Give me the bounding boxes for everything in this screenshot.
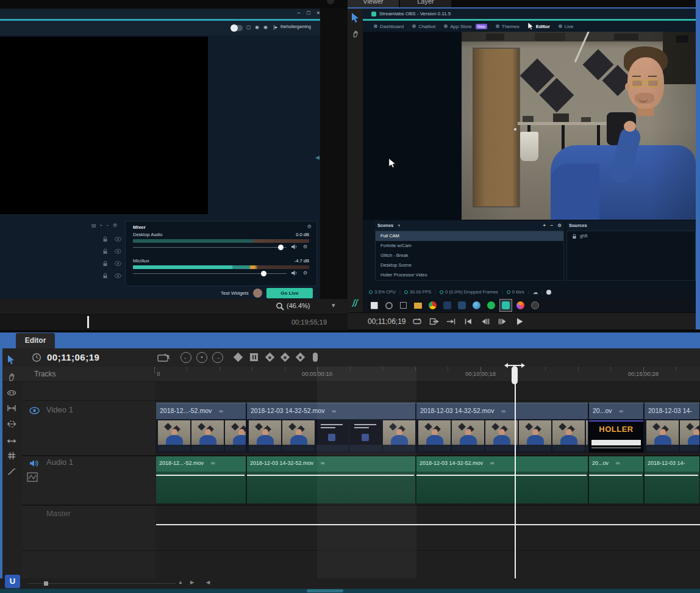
menu-item-editor[interactable]: Editor bbox=[528, 23, 550, 30]
app-icon-navy[interactable] bbox=[443, 301, 451, 309]
taskbar-slot[interactable] bbox=[470, 299, 483, 312]
gear-icon[interactable]: ⚙ bbox=[113, 223, 121, 228]
link-tool-icon[interactable] bbox=[4, 386, 19, 400]
app-icon-blue[interactable] bbox=[473, 301, 480, 309]
video-clip[interactable]: 2018-12-03 14-32-52.mov∞ bbox=[416, 403, 589, 453]
set-out-icon[interactable] bbox=[427, 316, 441, 327]
hscrollbar-thumb[interactable] bbox=[307, 589, 343, 592]
curve-tool-icon[interactable] bbox=[4, 465, 19, 478]
slice-tool-icon[interactable] bbox=[157, 353, 171, 363]
explorer-icon[interactable] bbox=[414, 303, 422, 309]
slide-tool-icon[interactable] bbox=[4, 434, 19, 448]
keyframe-pause-icon[interactable] bbox=[250, 353, 258, 361]
cortana-icon[interactable] bbox=[385, 302, 393, 309]
link-panels-icon[interactable] bbox=[350, 298, 360, 308]
scene-gear-icon[interactable]: ⚙ bbox=[557, 221, 562, 231]
scene-remove-icon[interactable]: − bbox=[551, 221, 553, 231]
timeline-hscrollbar[interactable] bbox=[0, 589, 700, 593]
taskbar-slot[interactable] bbox=[455, 299, 468, 312]
taskbar-slot[interactable] bbox=[529, 299, 541, 312]
zoom-caret-icon[interactable]: ▾ bbox=[332, 301, 335, 309]
playhead-handle[interactable] bbox=[512, 366, 518, 384]
speaker-icon[interactable] bbox=[291, 270, 298, 276]
avatar[interactable] bbox=[253, 289, 262, 298]
lock-icon[interactable] bbox=[102, 236, 108, 242]
taskview-icon[interactable] bbox=[400, 302, 407, 309]
minus-icon[interactable]: − bbox=[106, 223, 113, 228]
trimmer-playhead[interactable] bbox=[87, 316, 89, 328]
gear-icon[interactable]: ⚙ bbox=[303, 244, 307, 250]
slip-tool-icon[interactable] bbox=[4, 417, 19, 431]
keyframe-small-icon[interactable] bbox=[280, 353, 290, 362]
menu-item-themes[interactable]: Themes bbox=[496, 24, 520, 29]
taskbar-slot[interactable] bbox=[382, 299, 395, 312]
loop-icon[interactable] bbox=[410, 316, 424, 327]
scene-item[interactable]: Full CAM bbox=[376, 231, 563, 241]
record-icon[interactable]: ◉ bbox=[255, 24, 259, 30]
menu-item-live[interactable]: Live bbox=[559, 24, 574, 29]
scene-item[interactable]: Fortnite w/Cam bbox=[376, 241, 563, 251]
windows-icon[interactable] bbox=[371, 302, 378, 309]
plus-icon[interactable]: + bbox=[100, 223, 107, 228]
prev-keyframe-icon[interactable]: ← bbox=[180, 352, 191, 363]
tab-editor[interactable]: Editor bbox=[16, 333, 55, 348]
maximize-icon[interactable]: □ bbox=[305, 10, 312, 16]
audio-envelope[interactable] bbox=[645, 475, 698, 476]
folder-icon[interactable]: ▤ bbox=[91, 223, 100, 228]
menu-item-app-store[interactable]: App StoreNew bbox=[444, 24, 487, 29]
zoom-level[interactable]: (46.4%) bbox=[287, 302, 310, 309]
step-back-icon[interactable] bbox=[479, 316, 492, 327]
select-tool-icon[interactable] bbox=[4, 353, 19, 366]
lock-icon[interactable] bbox=[102, 273, 108, 279]
step-fwd-icon[interactable] bbox=[496, 316, 509, 327]
lock-icon[interactable] bbox=[102, 261, 108, 267]
layout-icon[interactable]: ▢ bbox=[246, 24, 251, 30]
volume-knob[interactable] bbox=[261, 271, 266, 276]
eye-icon[interactable] bbox=[29, 407, 40, 414]
video-clip[interactable]: 20...ov∞HOLLER bbox=[589, 403, 645, 453]
scene-add-icon[interactable]: + bbox=[543, 221, 546, 231]
hand-tool-icon[interactable] bbox=[351, 29, 360, 38]
track-name-audio[interactable]: Audio 1 bbox=[46, 458, 73, 467]
audio-clip[interactable]: 2018-12...-52.mov∞ bbox=[156, 456, 247, 503]
volume-slider[interactable] bbox=[133, 247, 287, 248]
go-live-button[interactable]: Go Live bbox=[266, 288, 313, 298]
test-widgets-label[interactable]: Test Widgets bbox=[221, 290, 249, 296]
close-icon[interactable]: × bbox=[315, 10, 320, 16]
playhead[interactable] bbox=[515, 384, 516, 578]
settings-dot-icon[interactable]: ◉ bbox=[263, 24, 268, 30]
scenes-caret-icon[interactable]: ▾ bbox=[398, 223, 400, 228]
menu-item-chatbot[interactable]: Chatbot bbox=[412, 24, 435, 29]
go-start-icon[interactable] bbox=[462, 316, 475, 327]
lock-icon[interactable] bbox=[102, 248, 108, 254]
audio-envelope[interactable] bbox=[416, 475, 587, 476]
eye-icon[interactable] bbox=[115, 249, 121, 254]
eye-icon[interactable] bbox=[115, 237, 121, 242]
keyframe-capsule-icon[interactable] bbox=[313, 353, 318, 362]
taskbar-slot[interactable] bbox=[514, 299, 527, 312]
audio-envelope[interactable] bbox=[156, 475, 245, 476]
menu-item-dashboard[interactable]: Dashboard bbox=[374, 24, 404, 29]
zoom-in-icon[interactable]: ▲ bbox=[178, 580, 183, 585]
track-name-master[interactable]: Master bbox=[46, 509, 71, 518]
next-keyframe-icon[interactable]: → bbox=[212, 352, 223, 363]
eye-icon[interactable] bbox=[115, 261, 121, 266]
minimize-icon[interactable]: − bbox=[295, 10, 302, 16]
audio-clip[interactable]: 20...ov∞ bbox=[589, 456, 645, 503]
scroll-left-icon[interactable]: ◀ bbox=[206, 580, 210, 585]
audio-envelope[interactable] bbox=[589, 475, 642, 476]
hand-tool-icon[interactable] bbox=[4, 370, 19, 383]
streamlabs-icon[interactable] bbox=[502, 301, 510, 309]
taskbar-slot[interactable] bbox=[397, 299, 410, 312]
taskbar-slot[interactable] bbox=[412, 299, 424, 312]
spotify-icon[interactable] bbox=[487, 301, 495, 309]
select-tool-icon[interactable] bbox=[351, 13, 360, 23]
chrome-icon[interactable] bbox=[429, 301, 437, 309]
video-clip[interactable]: 2018-12...-52.mov∞ bbox=[156, 403, 247, 453]
video-clip[interactable]: 2018-12-03 14- bbox=[645, 403, 700, 453]
app-icon-dark[interactable] bbox=[458, 301, 466, 309]
scroll-right-icon[interactable]: ▶ bbox=[190, 580, 194, 585]
audio-clip[interactable]: 2018-12-03 14-32-52.mov∞ bbox=[416, 456, 589, 503]
scene-item[interactable]: Holler Processor Video bbox=[376, 270, 563, 280]
set-in-icon[interactable] bbox=[445, 316, 458, 327]
